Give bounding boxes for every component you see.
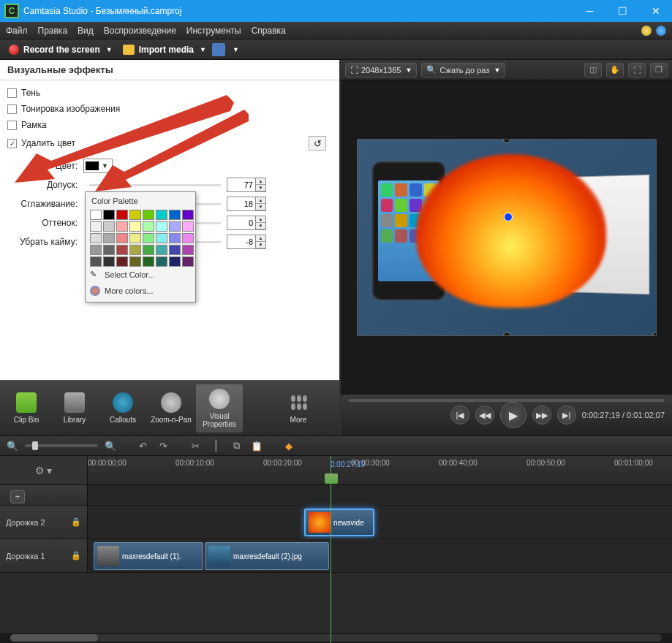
tab-visual-properties[interactable]: Visual Properties [196, 384, 243, 433]
color-swatch-item[interactable] [103, 256, 115, 267]
help-icon[interactable] [656, 26, 666, 36]
color-swatch-item[interactable] [90, 221, 102, 232]
color-swatch-item[interactable] [143, 210, 154, 220]
border-checkbox[interactable] [7, 121, 17, 130]
tab-zoom[interactable]: Zoom-n-Pan [148, 384, 195, 433]
color-swatch-item[interactable] [116, 245, 128, 255]
undo-button[interactable]: ↶ [135, 438, 151, 453]
color-swatch-item[interactable] [103, 210, 115, 220]
pan-button[interactable]: ✋ [606, 63, 624, 77]
scrollbar-thumb[interactable] [10, 634, 98, 642]
menu-file[interactable]: Файл [6, 26, 28, 36]
track-1-header[interactable]: Дорожка 1🔒 [0, 539, 88, 572]
timeline-settings-button[interactable]: ⚙ ▾ [35, 465, 53, 476]
produce-button[interactable] [212, 43, 225, 56]
color-swatch-item[interactable] [129, 245, 141, 255]
menu-play[interactable]: Воспроизведение [104, 26, 176, 36]
resize-handle-se[interactable] [652, 332, 657, 336]
color-swatch-item[interactable] [143, 221, 154, 232]
chevron-down-icon[interactable]: ▼ [233, 46, 239, 53]
paste-button[interactable]: 📋 [249, 438, 265, 453]
shadow-checkbox[interactable] [7, 88, 17, 98]
color-swatch-item[interactable] [129, 210, 141, 220]
ruler-ticks[interactable]: 00:00:00;00 00:00:10;00 00:00:20;00 00:0… [88, 456, 672, 484]
clip-maxresdefault-2[interactable]: maxresdefault (2).jpg [205, 542, 329, 570]
color-swatch-item[interactable] [182, 256, 194, 267]
track-2-header[interactable]: Дорожка 2🔒 [0, 506, 88, 539]
color-swatch-item[interactable] [156, 221, 167, 232]
remove-color-checkbox[interactable]: ✓ [7, 139, 17, 148]
detach-button[interactable]: ❐ [650, 63, 668, 77]
lock-icon[interactable]: 🔒 [71, 551, 81, 560]
resize-handle-s[interactable] [503, 332, 510, 336]
color-swatch-item[interactable] [156, 245, 167, 255]
color-swatch-item[interactable] [143, 256, 154, 267]
marker-button[interactable]: ◆ [281, 438, 297, 453]
timeline-scrollbar[interactable] [0, 633, 672, 643]
import-button[interactable]: Import media ▼ [123, 45, 206, 55]
color-swatch-item[interactable] [90, 210, 102, 220]
color-picker-button[interactable]: ▼ [83, 159, 113, 173]
tab-callouts[interactable]: Callouts [99, 384, 146, 433]
play-button[interactable]: ▶ [500, 402, 526, 428]
color-swatch-item[interactable] [182, 221, 194, 232]
fullscreen-button[interactable]: ⛶ [628, 63, 646, 77]
minimize-button[interactable]: ─ [573, 0, 606, 22]
softness-spinner[interactable]: ▲▼ [256, 197, 266, 211]
color-swatch-item[interactable] [90, 256, 102, 267]
color-swatch-item[interactable] [116, 221, 128, 232]
menu-tools[interactable]: Инструменты [186, 26, 241, 36]
defringe-spinner[interactable]: ▲▼ [256, 235, 266, 249]
hue-spinner[interactable]: ▲▼ [256, 216, 266, 230]
tab-library[interactable]: Library [51, 384, 98, 433]
tolerance-slider[interactable] [89, 184, 221, 186]
add-track-button[interactable]: + [10, 490, 25, 503]
hue-input[interactable] [227, 216, 256, 230]
tips-icon[interactable] [641, 26, 652, 36]
close-button[interactable]: ✕ [639, 0, 672, 22]
defringe-input[interactable] [227, 235, 256, 249]
color-swatch-item[interactable] [156, 210, 167, 220]
dimensions-button[interactable]: ⛶2048x1365▼ [345, 63, 417, 77]
preview-area[interactable] [341, 80, 672, 395]
color-swatch-item[interactable] [143, 233, 154, 243]
track-2-body[interactable]: newsvide [88, 506, 672, 539]
color-swatch-item[interactable] [182, 245, 194, 255]
color-swatch-item[interactable] [90, 233, 102, 243]
record-button[interactable]: Record the screen ▼ [4, 43, 117, 56]
color-swatch-item[interactable] [182, 233, 194, 243]
menu-view[interactable]: Вид [78, 26, 94, 36]
color-swatch-item[interactable] [116, 233, 128, 243]
maximize-button[interactable]: ☐ [606, 0, 639, 22]
color-swatch-item[interactable] [169, 221, 181, 232]
shrink-button[interactable]: 🔍Сжать до раз▼ [421, 63, 505, 77]
zoom-slider[interactable] [25, 444, 98, 447]
color-swatch-item[interactable] [156, 233, 167, 243]
more-colors-button[interactable]: More colors... [88, 283, 192, 299]
color-swatch-item[interactable] [143, 245, 154, 255]
selection-marker[interactable] [504, 213, 513, 221]
color-swatch-item[interactable] [103, 245, 115, 255]
color-swatch-item[interactable] [90, 245, 102, 255]
color-swatch-item[interactable] [169, 233, 181, 243]
reset-button[interactable]: ↺ [309, 136, 326, 151]
tab-more[interactable]: More [275, 384, 322, 433]
color-swatch-item[interactable] [116, 256, 128, 267]
split-button[interactable]: ⎮ [208, 438, 224, 453]
tab-clip-bin[interactable]: Clip Bin [3, 384, 50, 433]
color-swatch-item[interactable] [182, 210, 194, 220]
tolerance-input[interactable] [227, 178, 256, 192]
rewind-button[interactable]: ◀◀ [475, 406, 494, 425]
menu-help[interactable]: Справка [252, 26, 286, 36]
menu-edit[interactable]: Правка [38, 26, 68, 36]
video-frame[interactable] [357, 139, 657, 336]
color-swatch-item[interactable] [116, 210, 128, 220]
seek-bar[interactable] [348, 399, 665, 402]
color-swatch-item[interactable] [103, 233, 115, 243]
color-swatch-item[interactable] [169, 210, 181, 220]
track-1-body[interactable]: maxresdefault (1). maxresdefault (2).jpg [88, 539, 672, 572]
tolerance-spinner[interactable]: ▲▼ [256, 178, 266, 192]
clip-newsvideo[interactable]: newsvide [304, 509, 374, 536]
color-swatch-item[interactable] [129, 256, 141, 267]
lock-icon[interactable]: 🔒 [71, 517, 81, 527]
